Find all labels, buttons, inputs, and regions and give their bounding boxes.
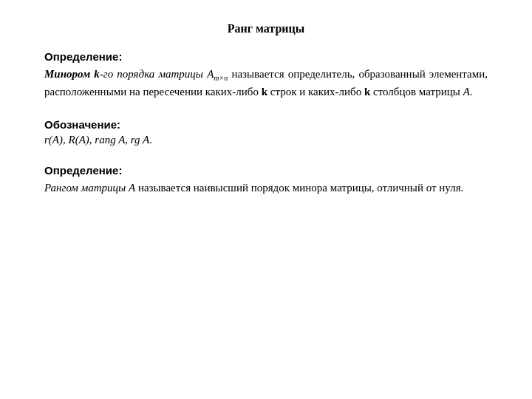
section2-label: Обозначение: [44, 118, 488, 131]
page: Ранг матрицы Определение: Минором k-го п… [0, 0, 532, 399]
section-definition-rank: Определение: Рангом матрицы A называется… [44, 164, 488, 197]
rank-definition-italic: Рангом матрицы A [44, 182, 135, 194]
notation-text3: rang A [95, 134, 125, 146]
text-k-go: k-го порядка матрицы Am×n [94, 68, 228, 80]
rank-definition-normal: называется наивысший порядок минора матр… [138, 182, 463, 194]
section1-label: Определение: [44, 50, 488, 63]
notation-text4: rg A [131, 134, 149, 146]
word-minor: Минором [44, 68, 90, 80]
section2-notation: r(A), R(A), rang A, rg A. [44, 134, 488, 146]
section3-text: Рангом матрицы A называется наивысший по… [44, 180, 488, 197]
section1-text: Минором k-го порядка матрицы Am×n называ… [44, 66, 488, 100]
notation-text: r(A) [44, 134, 63, 146]
page-title: Ранг матрицы [44, 22, 488, 35]
section3-label: Определение: [44, 164, 488, 177]
section-definition-minor: Определение: Минором k-го порядка матриц… [44, 50, 488, 100]
section-notation: Обозначение: r(A), R(A), rang A, rg A. [44, 118, 488, 146]
notation-text2: R(A) [69, 134, 89, 146]
